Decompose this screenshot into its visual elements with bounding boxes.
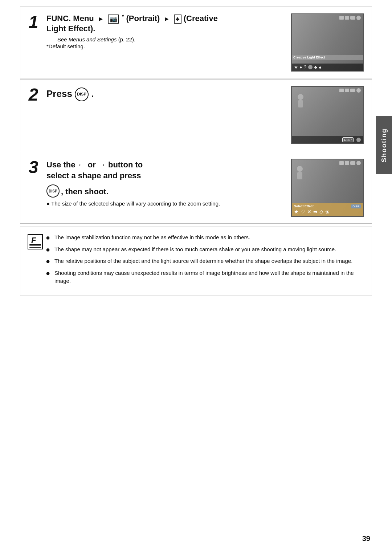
- menu-icon-5: ♠: [319, 65, 321, 70]
- shape-star-icon: ★: [294, 209, 299, 215]
- step3-bullet-wrap: ● The size of the selected shape will va…: [46, 200, 287, 207]
- cs2-circle-icon: [356, 138, 361, 142]
- step1-light-effect: Light Effect).: [46, 24, 95, 33]
- note-icon-area: F: [25, 233, 46, 249]
- step3-arrow-right: → button to: [98, 160, 143, 169]
- creative-light-bar: Creative Light Effect: [292, 55, 363, 60]
- cam-icon-2: [345, 16, 349, 20]
- step1-top-icons: [339, 16, 361, 20]
- menu-icon-3: ?: [304, 65, 306, 70]
- note-line-2: [29, 245, 41, 246]
- step1-sub: See Menus and Settings (p. 22).: [57, 36, 287, 42]
- note-text-1: The image stabilization function may not…: [54, 233, 367, 242]
- person-body: [298, 100, 303, 107]
- step3-top-icons: [339, 161, 361, 165]
- cam-icon-1: [339, 16, 344, 20]
- step2-text-area: Press DISP .: [46, 86, 287, 144]
- step1-section: 1 FUNC. Menu ► 📷 * (Portrait) ► ♣ (Creat…: [20, 7, 372, 78]
- step2-section: 2 Press DISP .: [20, 79, 372, 151]
- note-text-3: The relative positions of the subject an…: [54, 257, 367, 265]
- step1-number: 1: [29, 13, 38, 31]
- step2-period: .: [91, 88, 94, 99]
- person3-head: [297, 166, 303, 172]
- step1-italic-text: Menus and Settings: [69, 36, 117, 42]
- step1-portrait-asterisk: *: [122, 13, 124, 19]
- step3-then-shoot: , then shoot.: [61, 186, 109, 197]
- cs2-disp-icon: DISP: [342, 137, 354, 142]
- step3-disp-row: DISP , then shoot.: [46, 184, 287, 198]
- step3-text-area: Use the ← or → button to select a shape …: [46, 159, 287, 217]
- step1-camera-screen: Creative Light Effect ★ ♦ ? ♣ ♠: [291, 13, 364, 72]
- note-text-2: The shape may not appear as expected if …: [54, 245, 367, 254]
- step3-number-col: 3: [20, 159, 46, 176]
- cam3-icon-4: [356, 161, 361, 165]
- step3-content-wrap: Use the ← or → button to select a shape …: [46, 159, 367, 217]
- shape-diamond-icon: ◇: [319, 209, 323, 215]
- shape-flower-icon: ❀: [325, 209, 330, 215]
- step1-page-ref: (p. 22).: [118, 36, 136, 42]
- note-text-4: Shooting conditions may cause unexpected…: [54, 269, 367, 285]
- note-bullet-1: ● The image stabilization function may n…: [46, 233, 367, 242]
- disp-badge: DISP: [351, 204, 361, 208]
- step3-screen-inner: Select Effect DISP ★ ♡ ✕ ➡ ◇ ❀: [292, 159, 363, 216]
- step1-heading: FUNC. Menu ► 📷 * (Portrait) ► ♣ (Creativ…: [46, 13, 287, 33]
- shape-arrow-icon: ➡: [313, 209, 318, 215]
- step2-person: [298, 94, 303, 107]
- main-content: 1 FUNC. Menu ► 📷 * (Portrait) ► ♣ (Creat…: [20, 7, 372, 296]
- bullet-dot-1: ●: [46, 233, 53, 241]
- step1-arrow1: ►: [98, 15, 104, 23]
- step3-use-the: Use the ←: [46, 160, 88, 169]
- note-line-3: [29, 247, 41, 248]
- step1-bottom-menu: ★ ♦ ? ♣ ♠: [292, 64, 363, 71]
- step2-image: DISP: [287, 86, 367, 144]
- shape-heart-icon: ♡: [301, 209, 305, 215]
- step3-bottom-bar: Select Effect DISP ★ ♡ ✕ ➡ ◇ ❀: [292, 203, 363, 216]
- menu-icon-1: ★: [294, 65, 298, 70]
- step3-disp-button[interactable]: DISP: [46, 184, 60, 198]
- note-bullet-4: ● Shooting conditions may cause unexpect…: [46, 269, 367, 285]
- menu-icon-2: ♦: [300, 65, 302, 70]
- step1-creative-icon: ♣: [174, 15, 181, 24]
- bullet-dot-3: ●: [46, 257, 53, 265]
- step3-or: or: [88, 160, 96, 169]
- step3-bullet-dot: ●: [46, 200, 51, 207]
- step2-bottom-bar: DISP: [292, 136, 363, 143]
- cam2-icon-3: [350, 89, 355, 92]
- cam-icon-3: [350, 16, 355, 20]
- step3-disp-label: DISP: [49, 189, 57, 193]
- shape-row: ★ ♡ ✕ ➡ ◇ ❀: [294, 209, 361, 215]
- cam3-icon-2: [345, 161, 349, 165]
- note-bullet-2: ● The shape may not appear as expected i…: [46, 245, 367, 254]
- step3-image: Select Effect DISP ★ ♡ ✕ ➡ ◇ ❀: [287, 159, 367, 217]
- cam2-icon-1: [339, 89, 344, 92]
- bullet-dot-4: ●: [46, 269, 53, 277]
- shape-x-icon: ✕: [307, 209, 311, 215]
- step2-top-icons: [339, 88, 361, 93]
- step1-image: Creative Light Effect ★ ♦ ? ♣ ♠: [287, 13, 367, 72]
- step2-number-col: 2: [20, 86, 46, 103]
- step3-camera-screen: Select Effect DISP ★ ♡ ✕ ➡ ◇ ❀: [291, 159, 364, 217]
- page-number: 39: [362, 534, 370, 543]
- cam3-icon-1: [339, 161, 344, 165]
- step2-disp-button[interactable]: DISP: [75, 88, 89, 101]
- menu-circle: [308, 65, 313, 69]
- step1-arrow2: ►: [164, 15, 170, 23]
- side-tab-label: Shooting: [380, 128, 388, 162]
- person-head: [298, 94, 303, 100]
- step3-number: 3: [29, 159, 38, 176]
- step2-content-wrap: Press DISP .: [46, 86, 367, 144]
- person3-body: [297, 172, 302, 179]
- step1-default: *Default setting.: [46, 43, 287, 49]
- note-bullet-3: ● The relative positions of the subject …: [46, 257, 367, 265]
- step1-number-col: 1: [20, 13, 46, 31]
- step3-heading: Use the ← or → button to select a shape …: [46, 159, 287, 181]
- cam2-icon-2: [345, 89, 349, 92]
- step1-see-text: See: [57, 36, 67, 42]
- cam3-icon-3: [350, 161, 355, 165]
- cam-icon-4: [356, 16, 361, 20]
- note-content: ● The image stabilization function may n…: [46, 233, 367, 289]
- side-tab: Shooting: [376, 116, 392, 174]
- step2-screen-inner: DISP: [292, 87, 363, 143]
- step3-person: [297, 166, 303, 179]
- step3-select: select a shape and press: [46, 171, 141, 180]
